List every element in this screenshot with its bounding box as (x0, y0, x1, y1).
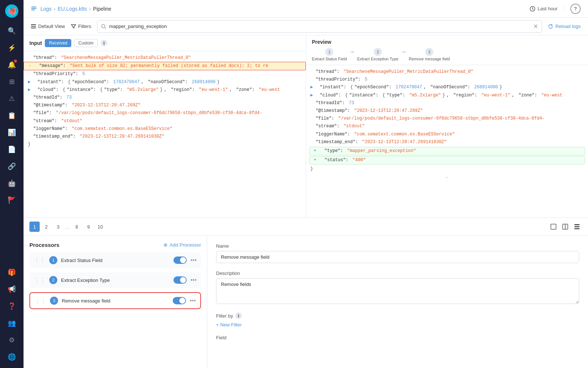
code-line: "threadId": 73 (306, 99, 588, 107)
sidebar-item-gifts[interactable]: 🎁 (4, 265, 19, 280)
reload-label: Reload logs (555, 24, 581, 29)
processor-menu-1[interactable]: ••• (190, 257, 197, 263)
code-line: "threadPriority": 5 (24, 70, 306, 78)
sidebar-item-integrations[interactable]: 🔗 (4, 159, 19, 174)
reload-button[interactable]: Reload logs (548, 24, 581, 29)
drag-handle-3[interactable]: ⋮⋮ (35, 297, 46, 304)
sidebar-item-settings[interactable]: ⚙ (4, 333, 19, 347)
sidebar-item-alerts[interactable]: 🔔 (4, 57, 19, 72)
step-arrow-1: → (349, 49, 355, 60)
sidebar-item-warnings[interactable]: ⚠ (4, 91, 19, 106)
pagination: 1 2 3 ... 8 9 10 (24, 217, 588, 236)
processor-item-1[interactable]: ⋮⋮ 1 Extract Status Field ••• (29, 252, 201, 268)
tab-custom[interactable]: Custom (74, 39, 97, 47)
view-mode-list[interactable] (572, 222, 582, 232)
view-mode-split[interactable] (560, 222, 570, 232)
processors-header: Processors ⊕ Add Processor (29, 242, 201, 248)
code-line: } (306, 165, 588, 173)
svg-point-9 (102, 24, 105, 28)
step-name-2: Extract Exception Type (357, 57, 398, 61)
new-filter-button[interactable]: + New Filter (216, 322, 579, 328)
field-section-label: Field (216, 335, 579, 340)
sidebar-item-user[interactable]: 🌐 (4, 350, 19, 364)
code-line: "timestamp_end": "2023-12-13T12:20:47.26… (24, 133, 306, 141)
sidebar-item-search[interactable]: 🔍 (4, 24, 19, 38)
name-input[interactable] (216, 251, 579, 263)
pipeline-step-3[interactable]: 3 Remove message field (409, 48, 450, 61)
pipeline-step-2[interactable]: 2 Extract Exception Type (357, 48, 398, 61)
search-input[interactable] (109, 24, 530, 29)
view-controls (548, 222, 582, 232)
sidebar-item-metrics[interactable]: 📊 (4, 125, 19, 140)
sidebar-item-apps[interactable]: ⊞ (4, 74, 19, 89)
bottom-section: Processors ⊕ Add Processor ⋮⋮ 1 Extract … (24, 236, 588, 368)
filter-label: Filter by ℹ (216, 312, 579, 319)
preview-header: Preview 1 Extract Status Field → 2 Extra… (306, 35, 588, 65)
sidebar-item-pipelines[interactable]: 📄 (4, 142, 19, 157)
svg-text:🐙: 🐙 (7, 6, 17, 16)
processor-toggle-3[interactable] (173, 297, 186, 304)
svg-rect-10 (551, 224, 556, 229)
filter-field-group: Filter by ℹ + New Filter (216, 312, 579, 328)
sidebar-item-logs[interactable]: 📋 (4, 108, 19, 123)
drag-handle-2[interactable]: ⋮⋮ (34, 277, 46, 284)
tab-received[interactable]: Received (45, 39, 71, 47)
clock-icon (530, 6, 535, 12)
scroll-indicator: — (306, 173, 588, 183)
processor-item-3[interactable]: ⋮⋮ 3 Remove message field ••• (29, 292, 201, 309)
content-area: Input Received Custom ℹ "thread": "Searc… (24, 35, 588, 368)
time-label: Last hour (538, 6, 557, 11)
sidebar-item-megaphone[interactable]: 📢 (4, 282, 19, 297)
name-field-group: Name (216, 243, 579, 263)
pipeline-steps: 1 Extract Status Field → 2 Extract Excep… (312, 48, 582, 61)
add-icon: ⊕ (164, 242, 168, 248)
processor-item-2[interactable]: ⋮⋮ 2 Extract Exception Type ••• (29, 272, 201, 288)
add-processor-button[interactable]: ⊕ Add Processor (164, 242, 201, 248)
help-button[interactable]: ? (570, 4, 581, 14)
code-line-added: + "type": "mapper_parsing_exception" (309, 147, 585, 155)
page-btn-1[interactable]: 1 (29, 222, 40, 232)
search-bar: ✕ (97, 20, 542, 33)
svg-rect-8 (31, 28, 36, 28)
code-line: "thread": "SearcheneMessagePuller_Metric… (24, 54, 306, 62)
page-btn-8[interactable]: 8 (72, 222, 82, 232)
preview-code-view: "thread": "SearcheneMessagePuller_Metric… (306, 65, 588, 217)
time-selector[interactable]: Last hour (530, 6, 564, 12)
breadcrumb-eu-logs[interactable]: EU.Logs.k8s (58, 6, 87, 12)
sidebar-item-activity[interactable]: ⚡ (4, 40, 19, 55)
sidebar-item-help[interactable]: ❓ (4, 299, 19, 314)
breadcrumb-logs[interactable]: Logs (40, 6, 51, 12)
page-btn-10[interactable]: 10 (95, 222, 105, 232)
default-view-button[interactable]: Default View (31, 24, 65, 29)
code-line-added: + "status": "400" (309, 156, 585, 164)
view-mode-single[interactable] (548, 222, 559, 232)
svg-rect-15 (574, 228, 580, 229)
code-line: ▶ "instant": {"epochSecond": 1702470047,… (24, 78, 306, 86)
code-line: ▶ "cloud": {"instance": {"type": "m5.2xl… (24, 86, 306, 94)
pipeline-step-1[interactable]: 1 Extract Status Field (312, 48, 347, 61)
code-line: "file": "/var/log/pods/default_logs-cons… (306, 115, 588, 123)
search-clear-button[interactable]: ✕ (533, 23, 538, 30)
drag-handle-1[interactable]: ⋮⋮ (34, 257, 46, 264)
svg-rect-6 (31, 24, 36, 25)
processor-toggle-2[interactable] (173, 276, 187, 284)
sidebar-item-team[interactable]: 👥 (4, 316, 19, 330)
sidebar-item-flags[interactable]: 🚩 (4, 193, 19, 208)
input-info-icon[interactable]: ℹ (101, 40, 107, 46)
svg-rect-13 (574, 224, 580, 225)
sidebar-item-robots[interactable]: 🤖 (4, 176, 19, 191)
page-btn-2[interactable]: 2 (41, 222, 51, 232)
sidebar-logo[interactable]: 🐙 (4, 4, 19, 18)
page-btn-3[interactable]: 3 (53, 222, 63, 232)
reload-icon (548, 24, 553, 29)
filters-button[interactable]: Filters (71, 24, 91, 29)
description-textarea[interactable]: Remove fields (216, 278, 579, 304)
step-arrow-2: → (401, 49, 406, 60)
filter-info-icon[interactable]: ℹ (235, 312, 242, 319)
svg-rect-7 (31, 26, 36, 26)
processor-toggle-1[interactable] (173, 256, 187, 264)
processor-menu-3[interactable]: ••• (190, 297, 196, 304)
processor-name-2: Extract Exception Type (61, 277, 170, 283)
page-btn-9[interactable]: 9 (83, 222, 94, 232)
processor-menu-2[interactable]: ••• (190, 277, 197, 283)
